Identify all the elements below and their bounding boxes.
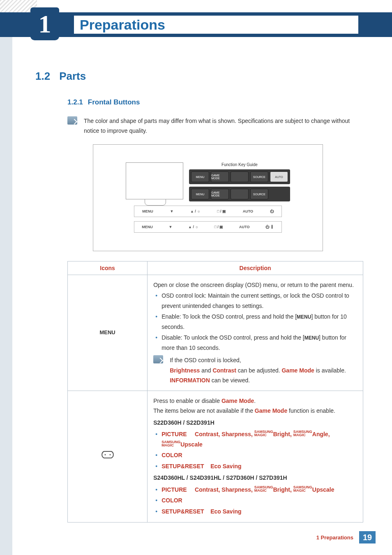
btn-source: □ / ▣: [214, 225, 223, 229]
model-group-a: S22D360H / S22D391H: [153, 418, 357, 428]
menu-intro: Open or close the onscreen display (OSD)…: [153, 280, 357, 290]
osd-source: SOURCE: [250, 189, 268, 199]
model-group-b: S24D360HL / S24D391HL / S27D360H / S27D3…: [153, 473, 357, 483]
desc-menu: Open or close the onscreen display (OSD)…: [148, 275, 363, 391]
list-item: COLOR: [153, 495, 357, 506]
note-block: The color and shape of parts may differ …: [67, 116, 363, 136]
note-icon: [153, 355, 163, 363]
section-title: Parts: [59, 70, 86, 82]
function-key-guide-label: Function Key Guide: [189, 162, 290, 167]
note-text: The color and shape of parts may differ …: [84, 116, 363, 136]
osd-brightness: [231, 171, 249, 182]
btn-source: □ / ▣: [217, 209, 226, 213]
svg-point-1: [109, 454, 111, 456]
section-number: 1.2: [35, 70, 50, 82]
list-item: PICTURE Contrast, Sharpness, SAMSUNGMAGI…: [153, 429, 357, 449]
table-row: MENU Open or close the onscreen display …: [68, 275, 363, 391]
list-item: Enable: To lock the OSD control, press a…: [153, 312, 357, 332]
svg-point-0: [104, 454, 106, 456]
chapter-number-badge: 1: [30, 7, 59, 40]
monitor-illustration: [126, 162, 183, 199]
section-heading: 1.2Parts: [35, 70, 363, 83]
btn-up-bright: ▲ / ☼: [190, 209, 201, 213]
osd-auto: AUTO: [270, 171, 288, 182]
chapter-number: 1: [39, 9, 51, 39]
page-footer: 1 Preparations 19: [316, 531, 376, 543]
table-row: Press to enable or disable Game Mode. Th…: [68, 391, 363, 523]
btn-auto: AUTO: [239, 225, 249, 229]
icons-table: Icons Description MENU Open or close the…: [67, 261, 363, 523]
list-item: SETUP&RESET Eco Saving: [153, 461, 357, 472]
btn-auto: AUTO: [243, 209, 253, 213]
osd-menu: MENU: [191, 171, 209, 182]
osd-game-mode: GAME MODE: [211, 171, 229, 182]
list-item: Disable: To unlock the OSD control, pres…: [153, 333, 357, 353]
icon-menu-label: MENU: [68, 275, 148, 391]
list-item: COLOR: [153, 450, 357, 460]
list-item: SETUP&RESET Eco Saving: [153, 506, 357, 517]
osd-strip-1: MENU GAME MODE SOURCE AUTO: [189, 169, 290, 184]
chapter-title: Preparations: [74, 16, 358, 34]
btn-menu: MENU: [142, 225, 153, 229]
btn-power: ⏻ ⏽: [265, 225, 274, 229]
osd-strip-2: MENU GAME MODE SOURCE: [189, 187, 290, 201]
note-icon: [67, 116, 77, 125]
subnote-lead: If the OSD control is locked,: [170, 355, 357, 365]
btn-power: ⏻: [270, 209, 274, 213]
th-description: Description: [148, 261, 363, 275]
osd-menu: MENU: [191, 189, 209, 199]
btn-up-bright: ▲ / ☼: [188, 225, 198, 229]
footer-label: 1 Preparations: [316, 534, 353, 541]
desc-gamemode: Press to enable or disable Game Mode. Th…: [148, 391, 363, 523]
icon-gamepad: [68, 391, 148, 523]
osd-brightness: [231, 189, 249, 199]
list-item: PICTURE Contrast, Sharpness, SAMSUNGMAGI…: [153, 485, 357, 495]
button-strip-2: MENU ▼ ▲ / ☼ □ / ▣ AUTO ⏻ ⏽: [134, 221, 282, 233]
btn-down: ▼: [169, 225, 173, 229]
sub-note: If the OSD control is locked, Brightness…: [153, 355, 357, 386]
subsection-number: 1.2.1: [67, 98, 83, 106]
left-rail: [0, 12, 12, 555]
osd-game-mode: GAME MODE: [211, 189, 229, 199]
list-item: OSD control lock: Maintain the current s…: [153, 291, 357, 311]
subnote-body: Brightness and Contrast can be adjusted.…: [170, 365, 357, 386]
page-number: 19: [359, 531, 376, 543]
btn-down: ▼: [170, 209, 173, 213]
osd-source: SOURCE: [250, 171, 268, 182]
subsection-heading: 1.2.1Frontal Buttons: [67, 98, 363, 106]
th-icons: Icons: [68, 261, 148, 275]
btn-menu: MENU: [142, 209, 153, 213]
gamepad-icon: [100, 450, 115, 460]
frontal-buttons-diagram: Function Key Guide MENU GAME MODE SOURCE…: [93, 144, 323, 251]
page-content: 1.2Parts 1.2.1Frontal Buttons The color …: [35, 70, 363, 523]
button-strip-1: MENU ▼ ▲ / ☼ □ / ▣ AUTO ⏻: [134, 206, 282, 217]
subsection-title: Frontal Buttons: [88, 98, 140, 106]
